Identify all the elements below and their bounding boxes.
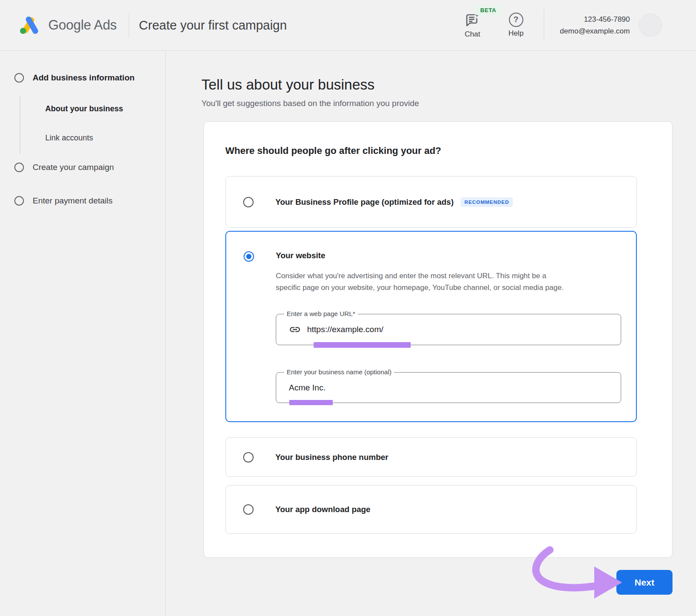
avatar[interactable] xyxy=(639,13,662,37)
radio-selected-icon[interactable] xyxy=(244,251,254,262)
help-label: Help xyxy=(509,29,524,38)
step-circle-icon xyxy=(14,73,24,83)
chat-label: Chat xyxy=(465,30,480,39)
header-divider xyxy=(129,13,129,37)
option-business-phone-number[interactable]: Your business phone number xyxy=(225,437,637,477)
substep-link-accounts[interactable]: Link accounts xyxy=(20,133,165,143)
chat-button[interactable]: BETA Chat xyxy=(458,12,486,39)
radio-unselected-icon[interactable] xyxy=(243,452,254,463)
account-phone: 123-456-7890 xyxy=(560,13,630,25)
step-circle-icon xyxy=(14,196,24,206)
option-label: Your business phone number xyxy=(275,453,388,462)
step-label: Add business information xyxy=(33,73,134,83)
business-name-field-label: Enter your business name (optional) xyxy=(284,368,394,376)
option-app-download-page[interactable]: Your app download page xyxy=(225,485,637,534)
business-name-field-value: Acme Inc. xyxy=(289,383,325,393)
help-button[interactable]: ? Help xyxy=(505,13,527,38)
destination-question: Where should people go after clicking yo… xyxy=(225,145,651,156)
next-button[interactable]: Next xyxy=(616,570,673,595)
radio-unselected-icon[interactable] xyxy=(243,504,254,515)
option-your-website[interactable]: Your website Consider what you're advert… xyxy=(225,231,637,422)
url-field-value: https://example.com/ xyxy=(307,325,383,334)
page-title: Create your first campaign xyxy=(139,18,287,33)
main-content: Tell us about your business You'll get s… xyxy=(166,51,696,616)
option-description: Consider what you're advertising and ent… xyxy=(276,270,621,293)
brand-name: Google Ads xyxy=(48,17,117,33)
option-label: Your app download page xyxy=(275,505,371,514)
option-label: Your Business Profile page (optimized fo… xyxy=(275,197,454,207)
substep-about-your-business[interactable]: About your business xyxy=(20,104,165,113)
radio-unselected-icon[interactable] xyxy=(243,197,254,207)
purple-highlight-bar xyxy=(314,342,411,348)
substeps: About your business Link accounts xyxy=(20,96,165,154)
account-info: 123-456-7890 demo@example.com xyxy=(560,13,630,37)
progress-sidebar: Add business information About your busi… xyxy=(0,51,166,616)
option-label: Your website xyxy=(276,251,621,260)
google-ads-logo-icon xyxy=(17,14,40,37)
business-info-card: Where should people go after clicking yo… xyxy=(204,121,673,558)
step-add-business-information[interactable]: Add business information xyxy=(0,73,165,83)
web-page-url-input[interactable]: Enter a web page URL* https://example.co… xyxy=(276,314,621,345)
page-subheading: You'll get suggestions based on the info… xyxy=(201,99,696,108)
question-mark-circle-icon: ? xyxy=(509,13,523,27)
beta-badge: BETA xyxy=(476,5,500,15)
step-create-your-campaign[interactable]: Create your campaign xyxy=(0,163,165,172)
step-label: Enter payment details xyxy=(33,196,113,206)
page-heading: Tell us about your business xyxy=(201,77,696,93)
step-enter-payment-details[interactable]: Enter payment details xyxy=(0,196,165,206)
app-header: Google Ads Create your first campaign BE… xyxy=(0,0,696,51)
link-chain-icon xyxy=(289,323,301,336)
header-divider-2 xyxy=(544,9,544,41)
step-circle-icon xyxy=(14,163,24,172)
google-ads-logo: Google Ads xyxy=(17,14,117,37)
purple-highlight-bar xyxy=(289,400,333,405)
option-business-profile-page[interactable]: Your Business Profile page (optimized fo… xyxy=(225,176,637,228)
recommended-badge: RECOMMENDED xyxy=(461,197,513,207)
url-field-label: Enter a web page URL* xyxy=(284,310,358,317)
account-email: demo@example.com xyxy=(560,25,630,37)
step-label: Create your campaign xyxy=(33,163,114,172)
business-name-input[interactable]: Enter your business name (optional) Acme… xyxy=(276,372,621,403)
